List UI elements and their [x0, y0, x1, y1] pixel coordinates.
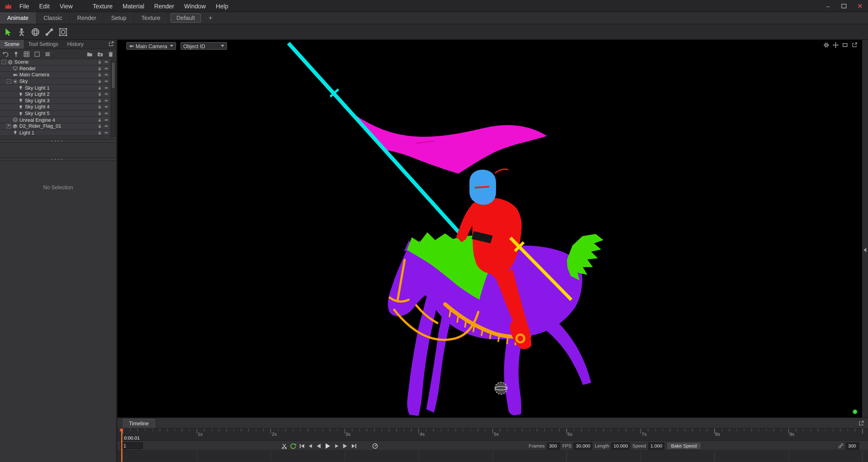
- tab-history[interactable]: History: [63, 40, 88, 49]
- play-button[interactable]: [324, 442, 332, 449]
- layers-icon[interactable]: [44, 51, 51, 57]
- view-mode-dropdown[interactable]: Object ID: [181, 42, 227, 50]
- lock-icon[interactable]: [97, 66, 102, 71]
- tree-item-sky-light-5[interactable]: Sky Light 5: [0, 110, 110, 117]
- loop-toggle-button[interactable]: [290, 443, 296, 449]
- visibility-icon[interactable]: [104, 118, 108, 122]
- close-button[interactable]: ✕: [852, 0, 868, 12]
- lock-icon[interactable]: [97, 111, 102, 116]
- next-frame-button[interactable]: [334, 443, 339, 448]
- visibility-icon[interactable]: [104, 105, 108, 109]
- tree-item-render[interactable]: Render: [0, 66, 110, 72]
- visibility-icon[interactable]: [104, 86, 108, 90]
- tree-item-d2-rider-flag[interactable]: + D2_Rider_Flag_01: [0, 123, 110, 130]
- menu-edit[interactable]: Edit: [34, 0, 55, 12]
- grid-icon[interactable]: [23, 51, 30, 57]
- panel-popout-button[interactable]: [108, 41, 115, 47]
- current-frame-field[interactable]: 1: [121, 442, 143, 449]
- lock-icon[interactable]: [97, 60, 102, 65]
- menu-file[interactable]: File: [14, 0, 34, 12]
- visibility-icon[interactable]: [104, 60, 108, 65]
- menu-texture[interactable]: Texture: [88, 0, 118, 12]
- panel-splitter[interactable]: [0, 158, 116, 161]
- menu-render[interactable]: Render: [149, 0, 179, 12]
- visibility-icon[interactable]: [104, 111, 108, 116]
- tree-item-sky-light-4[interactable]: Sky Light 4: [0, 104, 110, 110]
- menu-material[interactable]: Material: [118, 0, 149, 12]
- end-frame-field[interactable]: 300: [846, 442, 859, 449]
- playback-speed-button[interactable]: [372, 443, 378, 449]
- armature-tool-button[interactable]: [17, 27, 27, 37]
- cut-button[interactable]: [281, 443, 287, 449]
- delete-icon[interactable]: [107, 51, 114, 57]
- viewport-canvas[interactable]: Main Camera Object ID: [117, 40, 862, 418]
- fps-field[interactable]: 30.000: [574, 442, 592, 449]
- tree-item-sky-light-2[interactable]: Sky Light 2: [0, 91, 110, 98]
- maximize-button[interactable]: [836, 0, 852, 12]
- menu-view[interactable]: View: [55, 0, 78, 12]
- visibility-icon[interactable]: [104, 98, 108, 103]
- frame-icon[interactable]: [842, 42, 848, 48]
- previous-frame-button[interactable]: [308, 443, 313, 448]
- workspace-tab-animate[interactable]: Animate: [0, 12, 36, 24]
- workspace-tab-default[interactable]: Default: [170, 13, 201, 23]
- tab-scene[interactable]: Scene: [0, 40, 24, 49]
- timeline-popout-button[interactable]: [858, 420, 865, 427]
- frames-field[interactable]: 300: [547, 442, 560, 449]
- workspace-tab-setup[interactable]: Setup: [104, 12, 134, 24]
- workspace-tab-render[interactable]: Render: [70, 12, 104, 24]
- tree-scrollbar[interactable]: [111, 61, 116, 137]
- tree-item-scene[interactable]: - Scene: [0, 59, 110, 65]
- panel-splitter[interactable]: [0, 139, 116, 143]
- timeline-ruler[interactable]: 1s 2s 3s 4s 5s 6s 7s 8s 9s 0:00.01: [117, 429, 868, 441]
- lock-icon[interactable]: [97, 118, 102, 122]
- undo-icon[interactable]: [2, 51, 9, 57]
- right-panel-collapsed[interactable]: [862, 40, 868, 418]
- lock-icon[interactable]: [97, 105, 102, 109]
- tree-item-sky-light-3[interactable]: Sky Light 3: [0, 98, 110, 104]
- popout-icon[interactable]: [851, 42, 858, 48]
- add-workspace-button[interactable]: +: [203, 12, 218, 24]
- folder-icon[interactable]: [86, 51, 93, 57]
- lock-icon[interactable]: [97, 86, 102, 90]
- tab-tool-settings[interactable]: Tool Settings: [24, 40, 63, 49]
- tree-item-sky[interactable]: - Sky: [0, 78, 110, 85]
- lock-icon[interactable]: [97, 130, 102, 135]
- tree-item-unreal-engine-4[interactable]: Unreal Engine 4: [0, 117, 110, 123]
- tree-item-sky-light-1[interactable]: Sky Light 1: [0, 85, 110, 91]
- menu-window[interactable]: Window: [179, 0, 211, 12]
- lock-icon[interactable]: [97, 98, 102, 103]
- bake-speed-button[interactable]: Bake Speed: [666, 442, 701, 450]
- expander[interactable]: -: [2, 60, 6, 65]
- lock-icon[interactable]: [97, 79, 102, 84]
- tree-item-light-1[interactable]: Light 1: [0, 130, 110, 136]
- visibility-icon[interactable]: [104, 92, 108, 96]
- camera-select-dropdown[interactable]: Main Camera: [126, 42, 176, 50]
- menu-help[interactable]: Help: [211, 0, 233, 12]
- play-forward-button[interactable]: [342, 443, 348, 449]
- playhead[interactable]: [121, 429, 122, 462]
- cage-tool-button[interactable]: [58, 27, 68, 37]
- select-tool-button[interactable]: [3, 27, 13, 37]
- lock-icon[interactable]: [97, 73, 102, 77]
- settings-gear-icon[interactable]: [823, 42, 829, 48]
- scrollbar-thumb[interactable]: [112, 63, 115, 88]
- tab-timeline[interactable]: Timeline: [123, 419, 155, 428]
- sphere-tool-button[interactable]: [30, 27, 40, 37]
- minimize-button[interactable]: –: [820, 0, 836, 12]
- link-icon[interactable]: [838, 443, 843, 449]
- workspace-tab-texture[interactable]: Texture: [134, 12, 168, 24]
- lock-icon[interactable]: [97, 124, 102, 129]
- tree-item-main-camera[interactable]: Main Camera: [0, 72, 110, 78]
- lock-icon[interactable]: [97, 92, 102, 96]
- playhead-handle[interactable]: [120, 429, 123, 431]
- pan-icon[interactable]: [833, 42, 839, 48]
- bone-tool-button[interactable]: [44, 27, 54, 37]
- visibility-icon[interactable]: [104, 66, 108, 71]
- timeline-track[interactable]: [117, 451, 868, 462]
- play-reverse-button[interactable]: [316, 443, 322, 449]
- expander[interactable]: +: [6, 124, 11, 129]
- workspace-tab-classic[interactable]: Classic: [36, 12, 70, 24]
- visibility-icon[interactable]: [104, 124, 108, 129]
- go-to-end-button[interactable]: [351, 443, 357, 449]
